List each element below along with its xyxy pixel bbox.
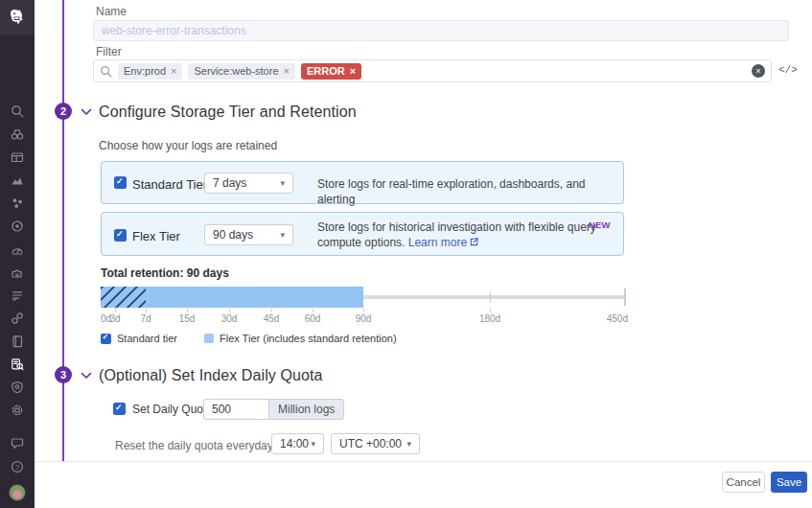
logs-icon[interactable] <box>0 353 35 376</box>
settings-gear-icon[interactable] <box>0 399 35 422</box>
tick-label: 45d <box>264 313 280 324</box>
storage-subtitle: Choose how your logs are retained <box>99 139 277 152</box>
reset-time-dropdown[interactable]: 14:00 ▾ <box>271 433 324 454</box>
filter-label: Filter <box>96 45 122 58</box>
axis-tick-450d <box>624 289 627 306</box>
daily-quota-unit: Million logs <box>268 399 344 420</box>
svg-text:?: ? <box>15 463 19 472</box>
help-icon[interactable]: ? <box>0 455 35 478</box>
step-3-collapse-chevron-icon[interactable] <box>80 369 92 381</box>
standard-tier-card: Standard Tier 7 days ▾ Store logs for re… <box>101 161 624 204</box>
minor-tick <box>313 309 313 312</box>
minor-tick <box>115 309 116 312</box>
feedback-chat-icon[interactable] <box>0 431 35 454</box>
caret-down-icon: ▾ <box>406 439 411 449</box>
step-2-collapse-chevron-icon[interactable] <box>80 105 92 118</box>
flex-tier-description: Store logs for historical investigation … <box>317 219 615 250</box>
cancel-button[interactable]: Cancel <box>722 472 765 493</box>
minor-tick <box>363 309 364 312</box>
apm-target-icon[interactable] <box>0 215 35 238</box>
tag-label: ERROR <box>307 65 345 77</box>
retention-bar-chart <box>101 287 626 308</box>
dropdown-value: UTC +00:00 <box>339 437 402 450</box>
tick-label: 7d <box>140 313 151 324</box>
dropdown-value: 7 days <box>213 176 246 190</box>
tick-label: 30d <box>221 313 238 324</box>
processes-icon[interactable] <box>0 192 35 215</box>
standard-tier-description: Store logs for real-time exploration, da… <box>317 176 624 207</box>
daily-quota-input[interactable] <box>203 399 268 420</box>
storage-section-title: Configure Storage Tier and Retention <box>99 104 357 121</box>
minor-tick <box>187 309 188 312</box>
user-avatar[interactable] <box>0 481 35 504</box>
standard-tier-segment <box>101 287 146 308</box>
notebooks-icon[interactable] <box>0 330 35 353</box>
tick-label: 3d <box>109 313 120 324</box>
axis-tick-180d <box>490 292 492 302</box>
flex-retention-dropdown[interactable]: 90 days ▾ <box>204 224 293 245</box>
minor-tick <box>490 309 491 312</box>
tag-label: Env:prod <box>124 65 166 77</box>
save-button[interactable]: Save <box>771 472 807 493</box>
monitors-gauge-icon[interactable] <box>0 238 35 261</box>
tag-label: Service:web-store <box>194 65 278 77</box>
flex-tier-card: Flex Tier 90 days ▾ Store logs for histo… <box>101 212 624 256</box>
indexes-list-icon[interactable] <box>0 284 35 307</box>
legend-square-icon <box>204 334 214 343</box>
index-configuration-page: ? Name Filter Env:prod × Service:web-sto… <box>0 0 812 508</box>
step-3-badge: 3 <box>55 366 72 383</box>
standard-tier-checkbox[interactable] <box>114 176 127 189</box>
caret-down-icon: ▾ <box>311 439 315 449</box>
legend-label: Flex Tier (includes standard retention) <box>220 333 397 344</box>
filter-tag-error[interactable]: ERROR × <box>301 63 361 80</box>
stepper-line <box>62 0 64 461</box>
reset-timezone-dropdown[interactable]: UTC +00:00 ▾ <box>331 433 420 454</box>
minor-tick <box>146 309 147 312</box>
legend-checkbox-icon <box>101 334 111 344</box>
security-shield-icon[interactable] <box>0 376 35 399</box>
tick-label: 60d <box>305 313 321 324</box>
tag-remove-icon[interactable]: × <box>284 65 290 77</box>
integrations-puzzle-icon[interactable] <box>0 261 35 284</box>
tag-remove-icon[interactable]: × <box>171 65 176 77</box>
metrics-chart-icon[interactable] <box>0 169 35 192</box>
retention-legend: Standard tier Flex Tier (includes standa… <box>101 333 397 344</box>
pipelines-link-icon[interactable] <box>0 307 35 330</box>
tick-label: 450d <box>607 313 628 324</box>
reset-quota-label: Reset the daily quota everyday at <box>115 439 286 452</box>
daily-quota-checkbox[interactable] <box>113 403 126 415</box>
filter-search-icon <box>100 65 112 78</box>
datadog-logo-icon[interactable] <box>0 0 35 35</box>
learn-more-link[interactable]: Learn more <box>408 236 467 249</box>
step-2-badge: 2 <box>55 103 72 120</box>
search-icon[interactable] <box>0 100 35 123</box>
external-link-icon <box>470 238 478 246</box>
filter-tag-service[interactable]: Service:web-store × <box>188 63 294 80</box>
filter-tag-env[interactable]: Env:prod × <box>118 63 182 80</box>
app-sidebar: ? <box>0 0 35 508</box>
watchdog-binoculars-icon[interactable] <box>0 123 35 146</box>
footer-bar: Cancel Save <box>35 461 812 508</box>
filter-clear-icon[interactable]: × <box>752 64 765 78</box>
legend-flex-tier: Flex Tier (includes standard retention) <box>204 333 397 344</box>
legend-label: Standard tier <box>117 333 177 344</box>
dropdown-value: 90 days <box>213 228 253 242</box>
tag-remove-icon[interactable]: × <box>350 65 356 77</box>
name-label: Name <box>96 5 127 18</box>
tick-label: 15d <box>179 313 196 324</box>
filter-code-toggle-icon[interactable]: </> <box>778 64 798 76</box>
flex-tier-checkbox[interactable] <box>114 229 127 242</box>
caret-down-icon: ▾ <box>280 230 285 240</box>
minor-tick <box>271 309 272 312</box>
tick-label: 180d <box>479 313 500 324</box>
total-retention-text: Total retention: 90 days <box>101 266 229 280</box>
dashboards-icon[interactable] <box>0 146 35 169</box>
minor-tick <box>229 309 230 312</box>
legend-standard-tier: Standard tier <box>101 333 177 344</box>
standard-retention-dropdown[interactable]: 7 days ▾ <box>204 173 293 194</box>
quota-section-title: (Optional) Set Index Daily Quota <box>99 367 323 384</box>
filter-input[interactable]: Env:prod × Service:web-store × ERROR × × <box>93 59 772 82</box>
standard-tier-label: Standard Tier <box>132 177 207 192</box>
daily-quota-label: Set Daily Quota <box>132 403 213 416</box>
name-input[interactable] <box>93 20 789 41</box>
